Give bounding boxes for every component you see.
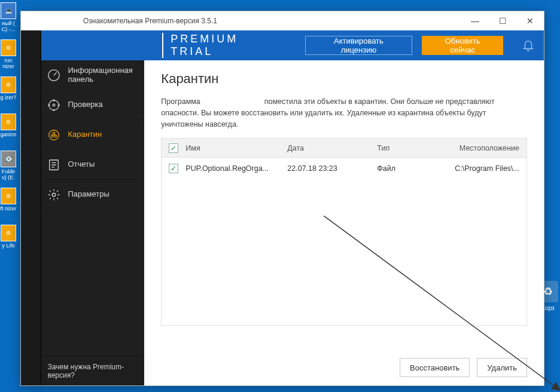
column-location[interactable]: Местоположение [455, 144, 526, 152]
svg-point-2 [53, 104, 56, 106]
table-row[interactable]: ✓ PUP.Optional.RegOrga... 22.07.18 23:23… [162, 158, 526, 179]
content-area: Карантин Программа xxxxxxxxxxxxxxxx поме… [144, 60, 544, 385]
svg-point-3 [49, 130, 59, 140]
cell-name: PUP.Optional.RegOrga... [185, 164, 287, 173]
column-type[interactable]: Тип [377, 144, 455, 152]
target-icon [47, 99, 60, 112]
sidebar-item-quarantine[interactable]: Карантин [41, 120, 144, 150]
premium-why-link[interactable]: Зачем нужна Premium-версия? [41, 356, 144, 385]
column-date[interactable]: Дата [287, 144, 377, 152]
maximize-button[interactable]: ☐ [489, 11, 516, 30]
title-bar: Ознакомительная Premium-версия 3.5.1 — ☐… [21, 11, 544, 30]
app-window: Ознакомительная Premium-версия 3.5.1 — ☐… [20, 11, 544, 386]
svg-point-4 [53, 132, 56, 134]
sidebar-item-label: Карантин [68, 130, 102, 139]
table-header: ✓ Имя Дата Тип Местоположение [162, 139, 526, 158]
sidebar-item-label: Проверка [68, 100, 102, 109]
svg-point-1 [49, 100, 59, 110]
restore-button[interactable]: Восстановить [400, 358, 470, 377]
activate-license-button[interactable]: Активировать лицензию [305, 36, 413, 55]
sidebar-item-reports[interactable]: Отчеты [41, 150, 144, 180]
close-button[interactable]: ✕ [516, 11, 544, 30]
bell-icon[interactable] [521, 38, 535, 53]
svg-point-8 [53, 193, 56, 197]
sidebar-item-label: Параметры [68, 190, 109, 198]
update-now-button[interactable]: Обновить сейчас [422, 36, 503, 55]
minimize-button[interactable]: — [461, 11, 489, 30]
left-empty-strip [21, 30, 41, 385]
gauge-icon [47, 69, 60, 82]
sidebar-item-dashboard[interactable]: Информационная панель [41, 60, 144, 90]
select-all-checkbox[interactable]: ✓ [169, 143, 178, 153]
sidebar-header-blue [41, 30, 144, 60]
page-description: Программа xxxxxxxxxxxxxxxx поместила эти… [161, 96, 527, 130]
top-bar: PREMIUM TRIAL Активировать лицензию Обно… [144, 30, 544, 60]
sidebar-item-label: Отчеты [68, 160, 95, 169]
product-title: PREMIUM TRIAL [162, 33, 285, 58]
page-title: Карантин [161, 71, 527, 87]
action-bar: Восстановить Удалить [161, 350, 527, 377]
cell-type: Файл [377, 164, 455, 173]
cell-location: C:\Program Files\... [455, 164, 526, 173]
sidebar-item-scan[interactable]: Проверка [41, 90, 144, 120]
biohazard-icon [47, 128, 60, 142]
gear-icon [47, 188, 60, 201]
delete-button[interactable]: Удалить [477, 358, 527, 377]
sidebar: Информационная панель Проверка Карантин … [41, 30, 144, 385]
cell-date: 22.07.18 23:23 [287, 164, 377, 173]
desktop-icons: 💻ный ( С) -... ⚙run nizer ⚙g izer7 ⚙gani… [0, 0, 18, 392]
quarantine-table: ✓ Имя Дата Тип Местоположение ✓ PUP.Opti… [161, 138, 527, 326]
svg-point-6 [54, 135, 57, 137]
report-icon [47, 158, 60, 172]
window-title: Ознакомительная Premium-версия 3.5.1 [83, 17, 217, 25]
column-name[interactable]: Имя [185, 144, 287, 152]
sidebar-item-label: Информационная панель [68, 66, 144, 84]
svg-point-5 [51, 135, 54, 137]
sidebar-item-settings[interactable]: Параметры [41, 180, 144, 210]
row-checkbox[interactable]: ✓ [169, 164, 178, 173]
